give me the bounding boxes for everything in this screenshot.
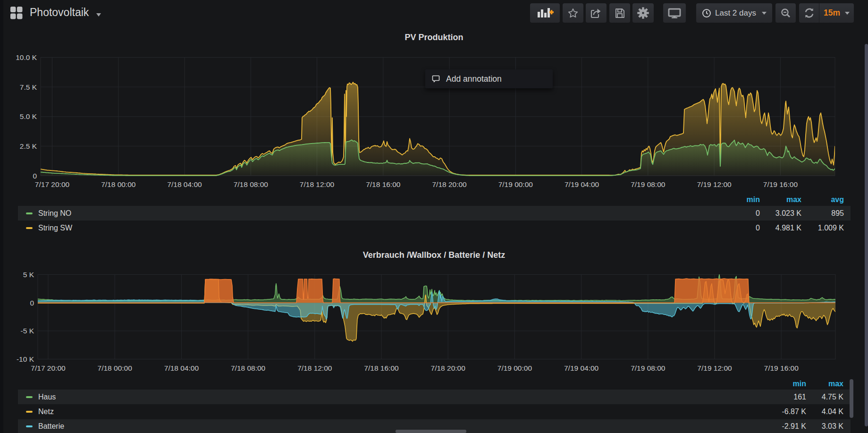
svg-text:7/18 08:00: 7/18 08:00 xyxy=(231,364,266,372)
svg-text:7/19 08:00: 7/19 08:00 xyxy=(631,364,666,372)
svg-text:7/18 00:00: 7/18 00:00 xyxy=(101,180,136,188)
svg-text:7/19 16:00: 7/19 16:00 xyxy=(764,364,799,372)
svg-text:7/18 00:00: 7/18 00:00 xyxy=(98,364,133,372)
svg-text:7/19 08:00: 7/19 08:00 xyxy=(631,180,666,188)
svg-text:7/18 16:00: 7/18 16:00 xyxy=(364,364,399,372)
svg-text:7/19 04:00: 7/19 04:00 xyxy=(564,364,599,372)
svg-text:0: 0 xyxy=(33,172,37,180)
svg-text:7/19 12:00: 7/19 12:00 xyxy=(697,180,732,188)
svg-text:2.5 K: 2.5 K xyxy=(20,142,37,150)
svg-text:-5 K: -5 K xyxy=(21,327,34,335)
svg-text:7.5 K: 7.5 K xyxy=(20,83,37,91)
svg-text:7/18 16:00: 7/18 16:00 xyxy=(366,180,401,188)
svg-text:7/18 12:00: 7/18 12:00 xyxy=(300,180,335,188)
svg-text:7/17 20:00: 7/17 20:00 xyxy=(35,180,70,188)
svg-text:7/19 16:00: 7/19 16:00 xyxy=(763,180,798,188)
svg-text:7/18 08:00: 7/18 08:00 xyxy=(234,180,269,188)
svg-text:7/19 04:00: 7/19 04:00 xyxy=(565,180,599,188)
svg-text:7/17 20:00: 7/17 20:00 xyxy=(31,364,66,372)
svg-text:7/18 12:00: 7/18 12:00 xyxy=(297,364,332,372)
svg-text:-10 K: -10 K xyxy=(17,355,34,363)
svg-text:7/18 20:00: 7/18 20:00 xyxy=(432,180,467,188)
svg-text:7/18 04:00: 7/18 04:00 xyxy=(164,364,199,372)
svg-text:5 K: 5 K xyxy=(23,271,34,279)
svg-text:5.0 K: 5.0 K xyxy=(20,112,37,120)
svg-text:7/18 20:00: 7/18 20:00 xyxy=(431,364,466,372)
svg-text:0: 0 xyxy=(30,299,34,307)
svg-text:7/19 00:00: 7/19 00:00 xyxy=(498,180,533,188)
svg-text:7/18 04:00: 7/18 04:00 xyxy=(167,180,202,188)
svg-text:7/19 00:00: 7/19 00:00 xyxy=(497,364,532,372)
svg-text:10.0 K: 10.0 K xyxy=(16,53,37,61)
svg-text:7/19 12:00: 7/19 12:00 xyxy=(697,364,732,372)
